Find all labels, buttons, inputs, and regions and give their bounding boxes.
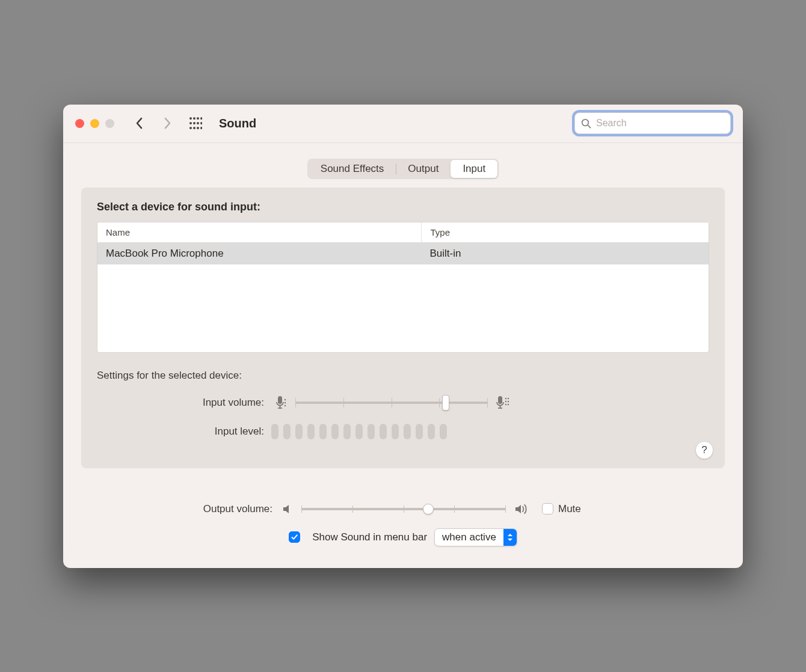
output-volume-slider[interactable]: [301, 508, 506, 510]
speaker-high-icon: [512, 503, 532, 515]
svg-point-5: [193, 122, 195, 124]
tab-input[interactable]: Input: [451, 160, 497, 178]
updown-arrows-icon: [503, 529, 517, 546]
input-level-meter: [271, 424, 447, 439]
svg-point-11: [200, 127, 202, 129]
menubar-mode-select[interactable]: when active: [434, 528, 517, 546]
device-type: Built-in: [421, 243, 709, 264]
microphone-low-icon: [271, 395, 292, 411]
speaker-low-icon: [280, 503, 295, 515]
level-bar: [416, 424, 423, 439]
device-name: MacBook Pro Microphone: [97, 243, 421, 264]
show-all-button[interactable]: [185, 117, 206, 130]
input-level-label: Input level:: [97, 426, 271, 438]
show-in-menubar-checkbox[interactable]: [289, 531, 300, 543]
back-button[interactable]: [130, 114, 149, 133]
input-volume-label: Input volume:: [97, 397, 271, 409]
level-bar: [428, 424, 435, 439]
svg-point-26: [508, 397, 509, 399]
grid-icon: [189, 117, 202, 130]
svg-point-18: [285, 402, 286, 403]
level-bar: [368, 424, 375, 439]
level-bar: [343, 424, 351, 439]
show-in-menubar-label: Show Sound in menu bar: [312, 531, 427, 543]
device-table: Name Type MacBook Pro Microphone Built-i…: [97, 222, 709, 353]
svg-point-3: [200, 117, 202, 120]
device-list-heading: Select a device for sound input:: [97, 201, 709, 213]
mute-checkbox[interactable]: [542, 503, 553, 515]
level-bar: [283, 424, 291, 439]
mute-control: Mute: [542, 503, 581, 515]
checkmark-icon: [291, 533, 298, 541]
input-volume-slider[interactable]: [295, 402, 488, 404]
svg-point-24: [505, 400, 506, 402]
svg-rect-20: [498, 396, 502, 404]
level-bar: [355, 424, 363, 439]
menubar-row: Show Sound in menu bar when active: [99, 528, 707, 546]
svg-point-9: [193, 127, 195, 129]
svg-rect-14: [278, 396, 282, 404]
input-level-row: Input level:: [97, 424, 709, 439]
svg-point-4: [189, 122, 192, 124]
level-bar: [404, 424, 411, 439]
column-name[interactable]: Name: [97, 222, 421, 242]
titlebar: Sound: [63, 105, 743, 143]
svg-point-7: [200, 122, 202, 124]
level-bar: [392, 424, 399, 439]
input-volume-row: Input volume:: [97, 395, 709, 411]
forward-button[interactable]: [158, 114, 177, 133]
level-bar: [331, 424, 339, 439]
page-title: Sound: [219, 117, 256, 130]
svg-point-0: [189, 117, 192, 120]
svg-point-27: [508, 400, 509, 402]
svg-point-1: [193, 117, 195, 120]
tabs: Sound Effects Output Input: [81, 159, 725, 179]
help-button[interactable]: ?: [696, 442, 713, 459]
column-type[interactable]: Type: [421, 222, 709, 242]
svg-point-28: [508, 403, 509, 405]
table-header: Name Type: [97, 222, 709, 243]
tab-output[interactable]: Output: [396, 160, 451, 178]
content-area: Sound Effects Output Input Select a devi…: [63, 143, 743, 486]
input-panel: Select a device for sound input: Name Ty…: [81, 188, 725, 468]
svg-line-13: [588, 125, 590, 127]
close-button[interactable]: [75, 119, 84, 128]
output-volume-thumb[interactable]: [423, 504, 434, 515]
level-bar: [307, 424, 315, 439]
window-controls: [75, 119, 114, 128]
svg-point-6: [197, 122, 199, 124]
mute-label: Mute: [558, 503, 581, 515]
microphone-high-icon: [491, 395, 514, 411]
svg-point-10: [197, 127, 199, 129]
table-row[interactable]: MacBook Pro Microphone Built-in: [97, 243, 709, 264]
svg-point-8: [189, 127, 192, 129]
svg-point-23: [505, 397, 506, 399]
svg-point-2: [197, 117, 199, 120]
output-volume-label: Output volume:: [99, 503, 280, 515]
search-field[interactable]: [574, 112, 731, 134]
svg-point-17: [285, 399, 286, 400]
zoom-button[interactable]: [105, 119, 114, 128]
menubar-mode-value: when active: [435, 531, 503, 543]
chevron-right-icon: [163, 117, 171, 130]
level-bar: [380, 424, 387, 439]
search-input[interactable]: [596, 118, 724, 129]
global-sound-footer: Output volume: Mute Show Sound in menu b…: [63, 486, 743, 568]
input-volume-thumb[interactable]: [442, 395, 449, 411]
level-bar: [295, 424, 303, 439]
sound-preferences-window: Sound Sound Effects Output Input Select …: [63, 105, 743, 568]
level-bar: [319, 424, 327, 439]
output-volume-row: Output volume: Mute: [99, 503, 707, 515]
segmented-control: Sound Effects Output Input: [307, 159, 499, 179]
minimize-button[interactable]: [90, 119, 99, 128]
search-icon: [581, 118, 591, 129]
tab-sound-effects[interactable]: Sound Effects: [309, 160, 396, 178]
svg-point-25: [505, 403, 506, 405]
chevron-left-icon: [135, 117, 144, 130]
svg-point-19: [285, 405, 286, 406]
settings-heading: Settings for the selected device:: [97, 370, 709, 382]
level-bar: [271, 424, 278, 439]
level-bar: [440, 424, 447, 439]
